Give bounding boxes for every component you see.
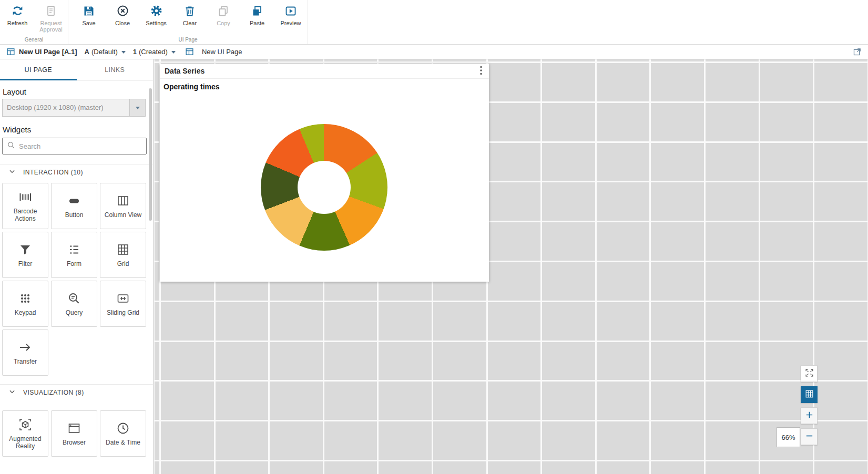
variant-detail: (Default): [91, 48, 118, 56]
close-button[interactable]: Close: [106, 4, 139, 26]
section-visualization-label: VISUALIZATION (8): [23, 389, 84, 396]
request-approval-button[interactable]: Request Approval: [34, 4, 68, 33]
design-canvas[interactable]: Data Series Operating times 66%: [154, 59, 868, 474]
layout-heading: Layout: [3, 87, 153, 97]
ribbon-group-general: Refresh Request Approval General: [0, 0, 68, 44]
widget-card-button[interactable]: Button: [51, 183, 97, 229]
keypad-icon: [18, 291, 33, 306]
tab-ui-page[interactable]: UI PAGE: [0, 59, 77, 80]
section-interaction[interactable]: INTERACTION (10): [0, 164, 153, 180]
card-label: Barcode Actions: [3, 208, 48, 223]
widget-card-keypad[interactable]: Keypad: [2, 281, 48, 327]
widget-card-sliding-grid[interactable]: Sliding Grid: [100, 281, 146, 327]
zoom-out-button[interactable]: [801, 428, 818, 445]
browser-icon: [67, 420, 81, 436]
widget-header: Data Series: [160, 64, 489, 79]
transfer-icon: [18, 339, 33, 355]
data-series-widget[interactable]: Data Series Operating times: [160, 64, 489, 282]
card-label: Transfer: [12, 358, 38, 366]
widget-card-barcode-actions[interactable]: Barcode Actions: [2, 183, 48, 229]
widget-menu-button[interactable]: [478, 65, 484, 78]
widget-card-form[interactable]: Form: [51, 232, 97, 278]
save-button[interactable]: Save: [72, 4, 106, 26]
button-icon: [67, 193, 81, 209]
visualization-cards: Augmented Reality Browser Date & Time: [2, 410, 153, 457]
grid-icon: [116, 242, 130, 257]
variant-label: A: [85, 48, 89, 56]
widget-card-browser[interactable]: Browser: [51, 410, 97, 457]
date-time-icon: [116, 420, 130, 436]
copy-label: Copy: [217, 20, 230, 26]
widget-card-date-time[interactable]: Date & Time: [100, 410, 146, 457]
card-label: Browser: [61, 439, 87, 447]
widget-card-augmented-reality[interactable]: Augmented Reality: [2, 410, 48, 457]
chevron-down-icon: [171, 51, 176, 54]
clear-button[interactable]: Clear: [173, 4, 207, 26]
close-icon: [116, 4, 129, 18]
copy-button[interactable]: Copy: [207, 4, 240, 26]
paste-icon: [251, 4, 263, 18]
settings-button[interactable]: Settings: [139, 4, 173, 26]
preview-icon: [284, 4, 297, 18]
tab-links[interactable]: LINKS: [77, 59, 154, 80]
ribbon-group-ui-page: Save Close Settings Clear Copy: [68, 0, 308, 44]
search-icon: [7, 141, 15, 151]
widgets-heading: Widgets: [3, 125, 153, 135]
interaction-cards: Barcode Actions Button Column View Filte…: [2, 183, 153, 376]
revision-label: 1: [133, 48, 137, 56]
widget-sidebar: UI PAGE LINKS Layout Desktop (1920 x 108…: [0, 59, 154, 474]
settings-label: Settings: [146, 20, 167, 26]
plus-icon: [805, 410, 814, 421]
widget-card-transfer[interactable]: Transfer: [2, 329, 48, 376]
preview-label: Preview: [280, 20, 301, 26]
card-label: Date & Time: [104, 439, 142, 447]
breadcrumb: New UI Page [A.1] A (Default) 1 (Created…: [0, 45, 868, 59]
clear-label: Clear: [183, 20, 197, 26]
form-icon: [67, 242, 81, 257]
section-visualization[interactable]: VISUALIZATION (8): [0, 384, 153, 400]
layout-select-button[interactable]: [129, 99, 145, 116]
ui-page-icon: [185, 47, 194, 56]
save-label: Save: [82, 20, 95, 26]
search-input[interactable]: [19, 142, 142, 150]
chart-title: Operating times: [164, 83, 220, 91]
ribbon-toolbar: Refresh Request Approval General Save Cl…: [0, 0, 868, 45]
open-in-window-icon[interactable]: [853, 47, 862, 56]
request-approval-icon: [45, 4, 57, 18]
refresh-icon: [11, 4, 24, 18]
tab-links-label: LINKS: [105, 66, 125, 74]
widget-card-column-view[interactable]: Column View: [100, 183, 146, 229]
zoom-in-button[interactable]: [801, 407, 818, 424]
revision-dropdown[interactable]: 1 (Created): [133, 48, 176, 56]
widget-card-grid[interactable]: Grid: [100, 232, 146, 278]
paste-label: Paste: [250, 20, 264, 26]
page-title: New UI Page: [202, 48, 242, 56]
grid-toggle-icon: [804, 389, 814, 400]
revision-detail: (Created): [139, 48, 168, 56]
sidebar-scrollbar[interactable]: [149, 88, 152, 221]
chevron-down-icon: [121, 51, 126, 54]
section-interaction-label: INTERACTION (10): [23, 169, 83, 176]
kebab-icon: [480, 66, 482, 77]
card-label: Grid: [116, 261, 131, 268]
preview-button[interactable]: Preview: [274, 4, 308, 26]
copy-icon: [217, 4, 230, 18]
variant-dropdown[interactable]: A (Default): [85, 48, 126, 56]
toggle-grid-button[interactable]: [801, 386, 818, 403]
refresh-button[interactable]: Refresh: [1, 4, 34, 26]
widget-card-query[interactable]: Query: [51, 281, 97, 327]
zoom-level-indicator: 66%: [777, 427, 800, 447]
widget-card-filter[interactable]: Filter: [2, 232, 48, 278]
chevron-down-icon: [136, 107, 140, 109]
card-label: Sliding Grid: [105, 310, 141, 317]
card-label: Form: [65, 261, 83, 268]
widget-title: Data Series: [165, 67, 205, 75]
fit-to-screen-button[interactable]: [801, 365, 818, 382]
layout-select[interactable]: Desktop (1920 x 1080) (master): [2, 99, 146, 117]
donut-chart: [261, 124, 387, 251]
widget-search[interactable]: [2, 138, 147, 154]
paste-button[interactable]: Paste: [240, 4, 274, 26]
refresh-label: Refresh: [7, 20, 28, 26]
ribbon-group-label-ui-page: UI Page: [68, 37, 308, 43]
page-reference: New UI Page [A.1]: [19, 48, 77, 56]
